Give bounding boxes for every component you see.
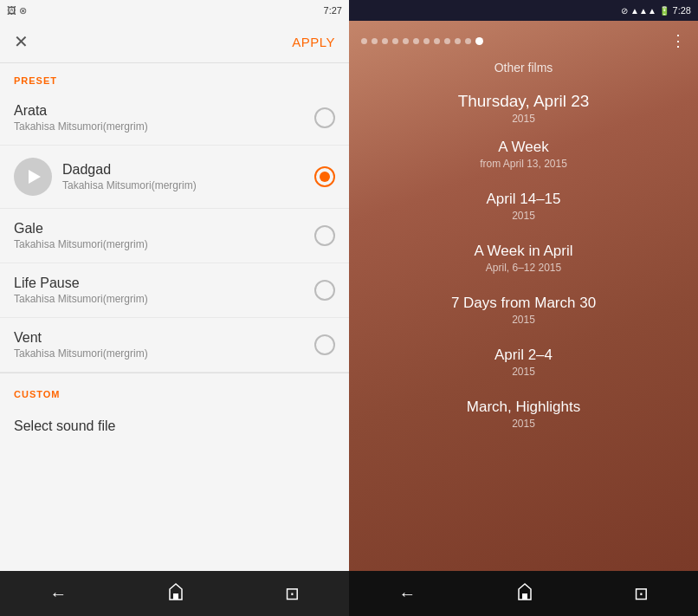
preset-section-label: PRESET	[0, 63, 349, 91]
status-bar: 🖼 ⊗ 7:27 ⊘ ▲▲▲ 🔋 7:28	[0, 0, 698, 21]
timeline-sub-7days: 2015	[363, 314, 684, 326]
radio-lifepause[interactable]	[314, 280, 335, 301]
dot-5	[403, 38, 409, 44]
dot-6	[413, 38, 419, 44]
left-status-icons: 🖼 ⊗	[7, 5, 27, 16]
preset-info-gale: Gale Takahisa Mitsumori(mergrim)	[14, 221, 314, 250]
right-content: ⋮ Other films Thursday, April 23 2015 A …	[349, 21, 698, 571]
home-button-left[interactable]	[166, 582, 185, 605]
dot-12-active	[475, 37, 483, 45]
preset-author-arata: Takahisa Mitsumori(mergrim)	[14, 120, 314, 133]
preset-name-arata: Arata	[14, 103, 314, 119]
bottom-nav-row: ← ⊡ ← ⊡	[0, 571, 698, 616]
right-time: 7:28	[673, 5, 691, 16]
left-status-bar: 🖼 ⊗ 7:27	[0, 0, 349, 21]
film-label: Other films	[349, 57, 698, 85]
preset-item-lifepause[interactable]: Life Pause Takahisa Mitsumori(mergrim)	[0, 263, 349, 318]
dot-9	[444, 38, 450, 44]
preset-info-arata: Arata Takahisa Mitsumori(mergrim)	[14, 103, 314, 133]
left-panel: ✕ APPLY PRESET Arata Takahisa Mitsumori(…	[0, 21, 349, 571]
dots-container	[361, 37, 483, 45]
radio-arata[interactable]	[314, 107, 335, 128]
dot-4	[392, 38, 398, 44]
timeline-date-thursday: Thursday, April 23 2015	[349, 85, 698, 128]
dot-11	[465, 38, 471, 44]
custom-section-label: CUSTOM	[0, 377, 349, 405]
timeline-title-thursday: Thursday, April 23	[363, 92, 684, 111]
preset-author-gale: Takahisa Mitsumori(mergrim)	[14, 238, 314, 250]
timeline-sub-march: 2015	[363, 418, 684, 430]
timeline-item-aweek[interactable]: A Week from April 13, 2015	[349, 128, 698, 180]
play-button-dadgad[interactable]	[14, 158, 52, 196]
right-panel: ⋮ Other films Thursday, April 23 2015 A …	[349, 21, 698, 571]
timeline-sub-aweek: from April 13, 2015	[363, 158, 684, 170]
dot-10	[455, 38, 461, 44]
recent-button-right[interactable]: ⊡	[634, 583, 649, 604]
timeline-item-weekinapril[interactable]: A Week in April April, 6–12 2015	[349, 232, 698, 284]
svg-rect-3	[522, 593, 527, 600]
preset-name-gale: Gale	[14, 221, 314, 237]
preset-info-lifepause: Life Pause Takahisa Mitsumori(mergrim)	[14, 276, 314, 305]
radio-inner-dadgad	[320, 172, 330, 182]
main-content: ✕ APPLY PRESET Arata Takahisa Mitsumori(…	[0, 21, 698, 571]
back-button-left[interactable]: ←	[49, 584, 67, 604]
timeline-list: Thursday, April 23 2015 A Week from Apri…	[349, 85, 698, 571]
timeline-title-april24: April 2–4	[363, 347, 684, 364]
timeline-title-april1415: April 14–15	[363, 191, 684, 208]
play-triangle-dadgad	[29, 170, 41, 184]
preset-info-vent: Vent Takahisa Mitsumori(mergrim)	[14, 330, 314, 360]
timeline-title-aweek: A Week	[363, 139, 684, 156]
timeline-title-7days: 7 Days from March 30	[363, 295, 684, 312]
timeline-year-thursday: 2015	[363, 113, 684, 125]
svg-rect-1	[173, 593, 178, 600]
left-bottom-nav: ← ⊡	[0, 571, 349, 616]
preset-item-dadgad[interactable]: Dadgad Takahisa Mitsumori(mergrim)	[0, 146, 349, 209]
apply-button[interactable]: APPLY	[292, 35, 335, 49]
timeline-item-april1415[interactable]: April 14–15 2015	[349, 180, 698, 232]
left-header: ✕ APPLY	[0, 21, 349, 63]
right-bottom-nav: ← ⊡	[349, 571, 698, 616]
radio-dadgad[interactable]	[314, 166, 335, 187]
dots-row: ⋮	[349, 21, 698, 57]
left-time: 7:27	[324, 5, 342, 16]
custom-section: CUSTOM Select sound file	[0, 373, 349, 448]
preset-name-vent: Vent	[14, 330, 314, 346]
dot-8	[434, 38, 440, 44]
recent-button-left[interactable]: ⊡	[285, 583, 300, 604]
preset-list: PRESET Arata Takahisa Mitsumori(mergrim)…	[0, 63, 349, 571]
preset-item-arata[interactable]: Arata Takahisa Mitsumori(mergrim)	[0, 91, 349, 146]
timeline-sub-april1415: 2015	[363, 210, 684, 222]
home-button-right[interactable]	[515, 582, 534, 605]
timeline-sub-weekinapril: April, 6–12 2015	[363, 262, 684, 274]
more-options-icon[interactable]: ⋮	[670, 31, 686, 50]
timeline-item-april24[interactable]: April 2–4 2015	[349, 336, 698, 388]
dot-7	[423, 38, 430, 44]
radio-vent[interactable]	[314, 334, 335, 355]
timeline-sub-april24: 2015	[363, 366, 684, 378]
preset-item-gale[interactable]: Gale Takahisa Mitsumori(mergrim)	[0, 209, 349, 263]
timeline-item-march[interactable]: March, Highlights 2015	[349, 388, 698, 440]
dot-2	[372, 38, 378, 44]
preset-author-lifepause: Takahisa Mitsumori(mergrim)	[14, 293, 314, 305]
radio-gale[interactable]	[314, 225, 335, 246]
preset-item-vent[interactable]: Vent Takahisa Mitsumori(mergrim)	[0, 318, 349, 373]
dot-3	[382, 38, 388, 44]
select-sound-button[interactable]: Select sound file	[0, 405, 349, 448]
close-button[interactable]: ✕	[14, 31, 29, 52]
timeline-item-7days[interactable]: 7 Days from March 30 2015	[349, 284, 698, 336]
timeline-title-march: March, Highlights	[363, 399, 684, 416]
right-status-icons: ⊘ ▲▲▲ 🔋	[621, 6, 669, 16]
preset-author-dadgad: Takahisa Mitsumori(mergrim)	[62, 179, 314, 191]
preset-name-lifepause: Life Pause	[14, 276, 314, 291]
preset-name-dadgad: Dadgad	[62, 162, 314, 178]
back-button-right[interactable]: ←	[398, 584, 416, 604]
timeline-title-weekinapril: A Week in April	[363, 243, 684, 260]
right-status-bar: ⊘ ▲▲▲ 🔋 7:28	[349, 0, 698, 21]
dot-1	[361, 38, 367, 44]
preset-author-vent: Takahisa Mitsumori(mergrim)	[14, 347, 314, 360]
preset-info-dadgad: Dadgad Takahisa Mitsumori(mergrim)	[62, 162, 314, 191]
